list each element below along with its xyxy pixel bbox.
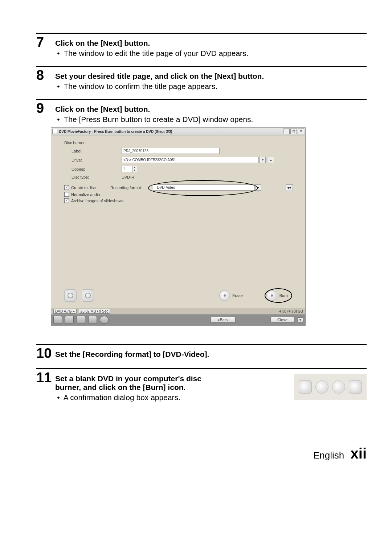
drive-label: Drive: — [57, 158, 122, 162]
step-9: 9 Click on the [Next] button. • The [Pre… — [36, 99, 367, 124]
step-title: Click on the [Next] button. — [55, 39, 367, 48]
bullet-icon: • — [55, 393, 62, 402]
toolbar-icon-3[interactable] — [77, 316, 85, 324]
expand-more-button[interactable]: ▾▾ — [286, 184, 293, 191]
create-to-disc-checkbox[interactable]: ✓ — [64, 185, 69, 190]
burn-label: Burn — [279, 293, 288, 298]
bullet-icon: • — [55, 49, 62, 58]
step-8: 8 Set your desired title page, and click… — [36, 66, 367, 91]
language-label: English — [313, 450, 344, 461]
total-capacity-label: 4.38 (4.70) GB — [279, 309, 303, 313]
bottom-toolbar: <Back Close ▾ — [51, 314, 305, 325]
close-menu-dropdown[interactable]: ▾ — [297, 317, 303, 322]
burn-button[interactable]: Burn — [265, 288, 292, 303]
archive-images-checkbox[interactable]: ✓ — [64, 198, 69, 203]
chevron-down-icon: ▾ — [73, 309, 75, 313]
page-number: xii — [351, 445, 367, 461]
step-10: 10 Set the [Recording format] to [DVD-Vi… — [36, 344, 367, 360]
label-input[interactable]: PRJ_20070126 — [122, 148, 220, 154]
erase-label: Erase — [232, 293, 243, 298]
create-to-disc-label: Create to disc — [71, 186, 110, 190]
toolbar-illustration — [294, 374, 367, 400]
clapper-icon — [299, 380, 312, 394]
toolbar-icon-4[interactable] — [88, 316, 97, 324]
recording-format-select[interactable]: DVD-Video — [153, 184, 254, 191]
label-label: Label: — [57, 149, 122, 153]
toolbar-icon-1[interactable] — [53, 316, 62, 324]
folder-tool-icon[interactable] — [82, 289, 94, 302]
copies-stepper[interactable]: 1 ▲▼ — [122, 166, 137, 172]
step-11: 11 Set a blank DVD in your computer's di… — [36, 368, 367, 402]
step-title: Click on the [Next] button. — [55, 105, 367, 114]
step-sub: The window to edit the title page of you… — [64, 49, 248, 57]
bullet-icon: • — [55, 82, 62, 91]
disctype-label: Disc type: — [57, 175, 122, 179]
close-bottom-button[interactable]: Close — [270, 317, 294, 323]
camera-icon — [349, 380, 362, 394]
recording-format-label: Recording format: — [110, 186, 142, 190]
burn-disc-icon — [266, 290, 277, 301]
disc-tool-icon[interactable] — [64, 289, 77, 302]
erase-disc-icon — [219, 290, 230, 301]
step-number: 7 — [36, 35, 55, 49]
step-title: Set a blank DVD in your computer's disc … — [55, 374, 215, 392]
disc-capacity-select[interactable]: DVD 4.7G▾ — [53, 309, 77, 314]
section-label: Disc burner: — [57, 140, 114, 145]
step-sub: A confirmation dialog box appears. — [64, 393, 180, 402]
disc-icon — [332, 380, 345, 394]
toolbar-icon-2[interactable] — [65, 316, 74, 324]
window-title: DVD MovieFactory - Press Burn button to … — [59, 130, 282, 134]
drive-select[interactable]: <D:> COMBO IDE5232CO A051 — [122, 157, 259, 163]
close-button[interactable]: × — [298, 129, 304, 134]
step-sub: The [Press Burn button to create a DVD] … — [64, 115, 253, 123]
status-bar: DVD 4.7G▾ 25.02 MB / 8 Sec 4.38 (4.70) G… — [51, 308, 305, 314]
erase-button[interactable]: Erase — [219, 290, 243, 301]
help-icon[interactable] — [100, 316, 109, 324]
normalize-audio-label: Normalize audio — [71, 192, 100, 197]
app-icon — [52, 129, 57, 134]
step-7: 7 Click on the [Next] button. • The wind… — [36, 33, 367, 58]
disctype-value: DVD-R — [122, 175, 134, 179]
step-title: Set your desired title page, and click o… — [55, 72, 367, 81]
page-footer: English xii — [36, 445, 367, 462]
step-down-icon[interactable]: ▼ — [132, 169, 137, 172]
maximize-button[interactable]: □ — [290, 129, 297, 134]
minimize-button[interactable]: _ — [283, 129, 290, 134]
copies-label: Copies: — [57, 167, 122, 171]
back-button[interactable]: <Back — [211, 317, 236, 323]
step-number: 9 — [36, 101, 55, 115]
step-up-icon[interactable]: ▲ — [132, 166, 137, 169]
archive-images-label: Archive images of slideshows — [71, 199, 123, 203]
normalize-audio-checkbox[interactable] — [64, 192, 69, 197]
drive-dropdown-icon[interactable]: ▾ — [260, 157, 266, 163]
step-number: 10 — [36, 346, 55, 360]
step-title: Set the [Recording format] to [DVD-Video… — [55, 350, 209, 358]
dvd-window: DVD MovieFactory - Press Burn button to … — [51, 127, 306, 326]
window-titlebar: DVD MovieFactory - Press Burn button to … — [51, 128, 305, 135]
gear-icon — [315, 380, 328, 394]
eject-button[interactable]: ▲ — [268, 157, 274, 163]
copies-value: 1 — [122, 166, 132, 172]
recording-format-dropdown-icon[interactable]: ▾ — [255, 184, 261, 191]
bullet-icon: • — [55, 115, 62, 124]
project-size-label: 25.02 MB / 8 Sec — [79, 309, 110, 314]
step-number: 11 — [36, 371, 55, 384]
step-number: 8 — [36, 68, 55, 82]
step-sub: The window to confirm the title page app… — [64, 82, 217, 90]
